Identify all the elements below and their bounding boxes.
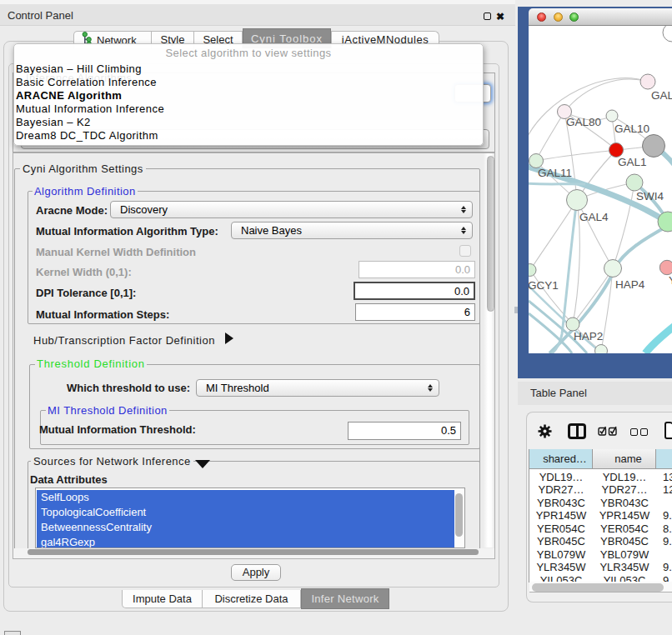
svg-text:GAL11: GAL11 (538, 167, 572, 179)
svg-text:GAL10: GAL10 (614, 122, 649, 135)
svg-text:GAL1: GAL1 (618, 156, 647, 168)
svg-text:HAP2: HAP2 (574, 330, 603, 342)
svg-text:SWI4: SWI4 (636, 190, 664, 202)
svg-text:GAL: GAL (651, 89, 672, 102)
svg-text:Y: Y (669, 274, 672, 287)
svg-text:HAP4: HAP4 (615, 278, 645, 291)
svg-text:GCY1: GCY1 (529, 279, 559, 292)
svg-text:GAL4: GAL4 (579, 211, 609, 223)
svg-text:GAL80: GAL80 (566, 116, 601, 128)
